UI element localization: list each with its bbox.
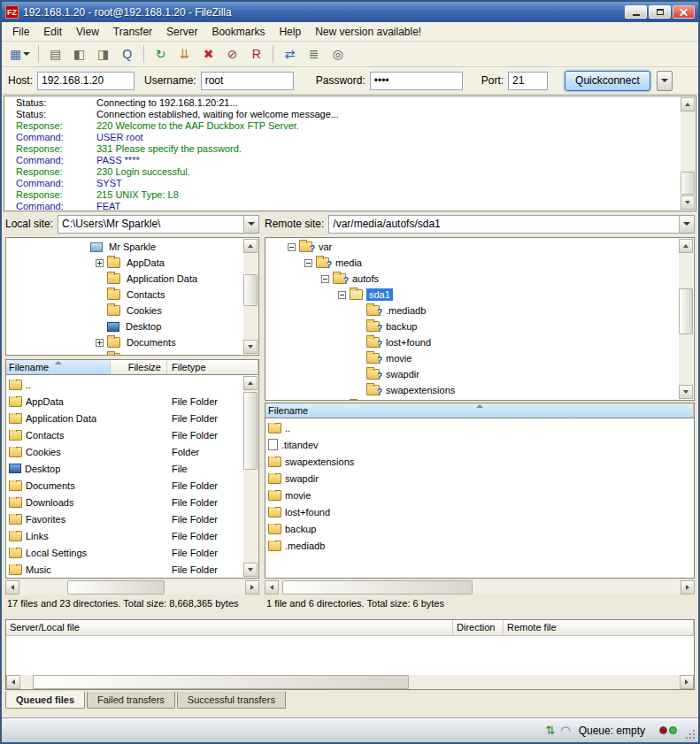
refresh-button[interactable]: ↻ (150, 44, 172, 65)
toggle-message-log-button[interactable]: ▤ (44, 44, 66, 65)
scroll-down-button[interactable] (243, 563, 258, 577)
tree-item-desktop[interactable]: Desktop (6, 318, 242, 334)
port-input[interactable] (508, 72, 548, 90)
file-row-swapdir[interactable]: swapdir (265, 470, 694, 487)
file-row-mediadb[interactable]: .mediadb (265, 537, 694, 554)
column-header-filetype[interactable]: Filetype (167, 360, 258, 374)
file-row-favorites[interactable]: FavoritesFile Folder (6, 510, 242, 527)
remote-tree-scrollbar[interactable] (679, 239, 693, 399)
tree-item-contacts[interactable]: Contacts (6, 287, 242, 303)
expand-icon[interactable] (96, 339, 104, 347)
scroll-left-button[interactable] (6, 675, 20, 689)
menu-item-file[interactable]: File (5, 23, 36, 41)
local-tree-scrollbar[interactable] (243, 239, 258, 354)
file-row-movie[interactable]: movie (265, 487, 694, 503)
resize-grip[interactable] (684, 728, 696, 740)
file-row-downloads[interactable]: DownloadsFile Folder (6, 494, 242, 510)
file-row-backup[interactable]: backup (265, 520, 694, 537)
toggle-queue-button[interactable]: Q (116, 44, 138, 65)
file-row-local-settings[interactable]: Local SettingsFile Folder (6, 544, 242, 561)
scroll-up-button[interactable] (243, 239, 258, 253)
scroll-thumb[interactable] (33, 675, 409, 689)
log-scrollbar[interactable] (681, 97, 695, 210)
find-files-button[interactable]: ◎ (327, 44, 349, 65)
scroll-thumb[interactable] (67, 580, 165, 594)
file-row-[interactable]: .. (6, 376, 242, 393)
tree-item-lost-found[interactable]: lost+found (265, 334, 678, 350)
scroll-left-button[interactable] (265, 580, 279, 594)
toggle-local-tree-button[interactable]: ◧ (68, 44, 90, 65)
menu-item-transfer[interactable]: Transfer (106, 23, 159, 41)
file-row-contacts[interactable]: ContactsFile Folder (6, 426, 242, 443)
file-row-links[interactable]: LinksFile Folder (6, 527, 242, 544)
cancel-button[interactable]: ✖ (197, 44, 219, 65)
tab-failed-transfers[interactable]: Failed transfers (87, 692, 175, 709)
tree-item-autofs[interactable]: autofs (265, 271, 678, 287)
tree-item-backup[interactable]: backup (265, 318, 678, 334)
remote-path-dropdown[interactable] (679, 216, 694, 233)
tree-item-swapdir[interactable]: swapdir (265, 366, 678, 382)
scroll-left-button[interactable] (5, 580, 19, 594)
quickconnect-dropdown[interactable] (657, 71, 673, 91)
file-row-music[interactable]: MusicFile Folder (6, 561, 242, 578)
local-path-input[interactable] (58, 216, 243, 233)
scroll-right-button[interactable] (680, 675, 694, 689)
local-path-dropdown[interactable] (243, 216, 258, 233)
scroll-thumb[interactable] (681, 172, 695, 195)
remote-path-input[interactable] (329, 216, 679, 233)
maximize-button[interactable] (649, 5, 671, 19)
tree-item-application-data[interactable]: Application Data (6, 271, 242, 287)
column-header-filesize[interactable]: Filesize (111, 360, 167, 374)
synchronized-browsing-button[interactable]: ≣ (303, 44, 325, 65)
queue-column-server-local-file[interactable]: Server/Local file (6, 620, 453, 635)
host-input[interactable] (37, 72, 135, 90)
scroll-thumb[interactable] (243, 392, 258, 470)
scroll-thumb[interactable] (282, 580, 473, 594)
file-row-swapextensions[interactable]: swapextensions (265, 453, 694, 470)
queue-column-direction[interactable]: Direction (453, 620, 504, 635)
file-row-documents[interactable]: DocumentsFile Folder (6, 477, 242, 494)
scroll-right-button[interactable] (681, 580, 695, 594)
remote-hscrollbar[interactable] (265, 580, 695, 594)
tree-item-sda1[interactable]: sda1 (265, 287, 678, 303)
username-input[interactable] (201, 72, 294, 90)
menu-item-edit[interactable]: Edit (36, 23, 69, 41)
file-row-desktop[interactable]: DesktopFile (6, 460, 242, 477)
column-header-filename[interactable]: Filename (6, 360, 111, 374)
collapse-icon[interactable] (288, 243, 296, 251)
password-input[interactable] (370, 72, 463, 90)
tree-item-var[interactable]: var (265, 239, 678, 255)
scroll-up-button[interactable] (243, 376, 258, 390)
local-list-scrollbar[interactable] (243, 376, 258, 577)
file-row-[interactable]: .. (265, 419, 694, 436)
toggle-remote-tree-button[interactable]: ◨ (92, 44, 114, 65)
tree-item-mr-sparkle[interactable]: Mr Sparkle (6, 239, 242, 255)
scroll-up-button[interactable] (679, 239, 693, 253)
tree-item-mediadb[interactable]: .mediadb (265, 303, 678, 318)
close-button[interactable] (673, 5, 695, 19)
tree-item-cookies[interactable]: Cookies (6, 303, 242, 318)
local-hscrollbar[interactable] (5, 580, 259, 594)
menu-item-new-version-available[interactable]: New version available! (308, 23, 428, 41)
queue-hscrollbar[interactable] (6, 675, 694, 689)
tree-item-downloads[interactable]: Downloads (6, 350, 242, 355)
collapse-icon[interactable] (304, 259, 312, 267)
menu-item-server[interactable]: Server (159, 23, 204, 41)
expand-icon[interactable] (96, 259, 104, 267)
scroll-thumb[interactable] (679, 288, 693, 334)
tab-successful-transfers[interactable]: Successful transfers (177, 692, 286, 709)
site-manager-button[interactable]: ▦ (7, 44, 33, 65)
scroll-right-button[interactable] (245, 580, 259, 594)
tree-item-swapextensions[interactable]: swapextensions (265, 382, 678, 398)
file-row-cookies[interactable]: CookiesFolder (6, 443, 242, 460)
menu-item-bookmarks[interactable]: Bookmarks (204, 23, 272, 41)
menu-item-help[interactable]: Help (272, 23, 308, 41)
directory-comparison-button[interactable]: ⇄ (279, 44, 301, 65)
file-row-lost-found[interactable]: lost+found (265, 503, 694, 520)
file-row-appdata[interactable]: AppDataFile Folder (6, 393, 242, 410)
disconnect-button[interactable]: ⊘ (221, 44, 243, 65)
tab-queued-files[interactable]: Queued files (5, 692, 85, 709)
scroll-down-button[interactable] (681, 196, 695, 210)
column-header-filename[interactable]: Filename (265, 403, 694, 418)
expand-icon[interactable] (96, 355, 104, 356)
